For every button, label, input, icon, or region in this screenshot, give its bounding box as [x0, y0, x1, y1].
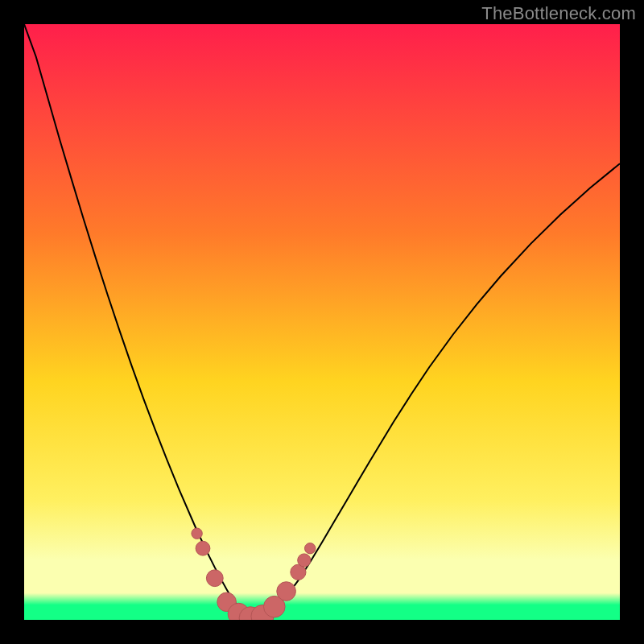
curve-marker	[305, 543, 316, 554]
chart-frame: TheBottleneck.com	[0, 0, 644, 644]
watermark-label: TheBottleneck.com	[481, 3, 636, 24]
gradient-background	[24, 24, 620, 620]
curve-marker	[298, 554, 311, 567]
curve-marker	[192, 528, 202, 539]
curve-marker	[277, 582, 296, 601]
curve-marker	[196, 541, 210, 555]
chart-svg	[24, 24, 620, 620]
plot-area	[24, 24, 620, 620]
curve-marker	[206, 570, 223, 587]
